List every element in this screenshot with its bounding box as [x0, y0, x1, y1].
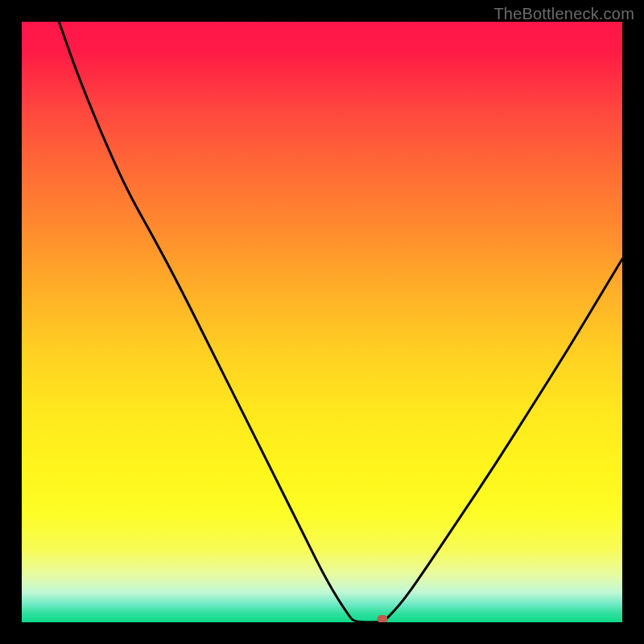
watermark-link[interactable]: TheBottleneck.com	[493, 5, 634, 23]
optimal-point-marker	[377, 615, 387, 622]
bottleneck-curve-path	[59, 22, 622, 622]
bottleneck-chart: TheBottleneck.com	[0, 0, 644, 644]
curve-svg	[22, 22, 622, 622]
plot-area	[22, 22, 622, 622]
